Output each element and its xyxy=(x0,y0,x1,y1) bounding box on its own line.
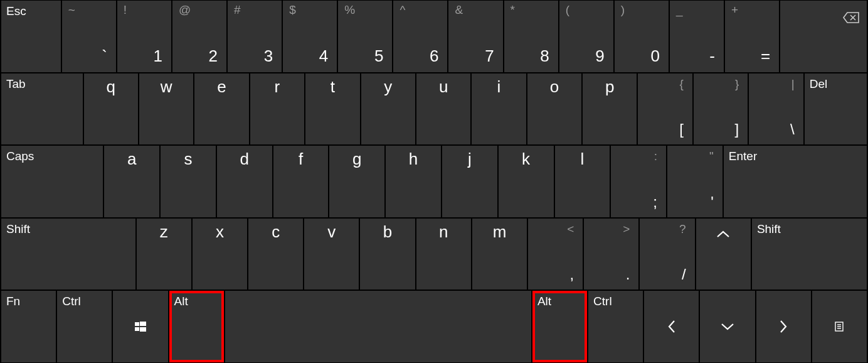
key-b[interactable]: b xyxy=(360,219,415,290)
key-d[interactable]: d xyxy=(217,146,272,217)
key-c[interactable]: c xyxy=(248,219,303,290)
row-2: Tab q w e r t y u i o p {[ }] |\ Del xyxy=(0,73,868,146)
key-x[interactable]: x xyxy=(193,219,247,290)
key-t-label: t xyxy=(305,77,359,97)
key-arrow-right[interactable] xyxy=(756,291,811,362)
key-9-lower: 9 xyxy=(595,46,604,66)
key-m[interactable]: m xyxy=(472,219,527,290)
key-w[interactable]: w xyxy=(139,73,193,145)
key-f-label: f xyxy=(273,149,329,169)
key-y-label: y xyxy=(361,77,415,97)
key-esc[interactable]: Esc xyxy=(1,1,61,72)
key-s-label: s xyxy=(161,149,216,169)
key-backtick-lower: ` xyxy=(102,46,107,66)
key-rbracket[interactable]: }] xyxy=(694,73,748,145)
key-shift-right[interactable]: Shift xyxy=(752,219,867,290)
key-a[interactable]: a xyxy=(104,146,159,217)
key-l[interactable]: l xyxy=(555,146,610,217)
key-backspace[interactable] xyxy=(780,1,867,72)
key-e-label: e xyxy=(194,77,248,97)
key-period[interactable]: >. xyxy=(584,219,638,290)
svg-rect-1 xyxy=(140,322,146,326)
key-slash-upper: ? xyxy=(679,222,686,236)
key-h[interactable]: h xyxy=(386,146,441,217)
key-backtick[interactable]: ~` xyxy=(62,1,116,72)
key-s[interactable]: s xyxy=(161,146,216,217)
key-4-lower: 4 xyxy=(319,46,328,66)
key-3[interactable]: #3 xyxy=(228,1,282,72)
key-g-label: g xyxy=(329,149,384,169)
key-n[interactable]: n xyxy=(416,219,471,290)
key-t[interactable]: t xyxy=(305,73,359,145)
key-ctrl-right[interactable]: Ctrl xyxy=(588,291,643,362)
key-alt-right-label: Alt xyxy=(537,295,551,308)
key-8-lower: 8 xyxy=(540,46,549,66)
key-h-label: h xyxy=(386,149,441,169)
key-semicolon[interactable]: :; xyxy=(611,146,666,217)
key-del[interactable]: Del xyxy=(805,73,867,145)
key-z[interactable]: z xyxy=(137,219,191,290)
key-o[interactable]: o xyxy=(527,73,581,145)
key-fn[interactable]: Fn xyxy=(1,291,56,362)
key-apostrophe[interactable]: "' xyxy=(667,146,722,217)
key-2-upper: @ xyxy=(179,3,191,17)
key-arrow-down[interactable] xyxy=(700,291,754,362)
key-5[interactable]: %5 xyxy=(338,1,392,72)
on-screen-keyboard: Esc ~` !1 @2 #3 $4 %5 ^6 &7 *8 (9 )0 _- … xyxy=(0,0,868,363)
key-u[interactable]: u xyxy=(416,73,470,145)
key-9[interactable]: (9 xyxy=(559,1,613,72)
key-i[interactable]: i xyxy=(472,73,526,145)
key-shift-left[interactable]: Shift xyxy=(1,219,135,290)
key-e[interactable]: e xyxy=(194,73,248,145)
key-r[interactable]: r xyxy=(250,73,304,145)
key-4[interactable]: $4 xyxy=(283,1,337,72)
key-equals-lower: = xyxy=(761,46,770,66)
key-f[interactable]: f xyxy=(273,146,329,217)
key-arrow-up[interactable] xyxy=(696,219,751,290)
key-lbracket[interactable]: {[ xyxy=(638,73,692,145)
key-enter[interactable]: Enter xyxy=(724,146,867,217)
key-arrow-left[interactable] xyxy=(644,291,699,362)
key-slash[interactable]: ?/ xyxy=(640,219,694,290)
key-6[interactable]: ^6 xyxy=(393,1,447,72)
context-menu-icon xyxy=(835,322,844,332)
key-v[interactable]: v xyxy=(304,219,359,290)
key-ctrl-left[interactable]: Ctrl xyxy=(57,291,112,362)
key-lbracket-lower: [ xyxy=(679,121,684,138)
key-b-label: b xyxy=(360,222,415,242)
key-alt-left[interactable]: Alt xyxy=(169,291,224,362)
row-1: Esc ~` !1 @2 #3 $4 %5 ^6 &7 *8 (9 )0 _- … xyxy=(0,0,868,73)
key-p[interactable]: p xyxy=(583,73,637,145)
key-shift-left-label: Shift xyxy=(6,222,30,236)
key-j[interactable]: j xyxy=(442,146,497,217)
key-caps[interactable]: Caps xyxy=(1,146,103,217)
chevron-right-icon xyxy=(779,319,788,334)
key-v-label: v xyxy=(304,222,359,242)
svg-rect-0 xyxy=(135,322,139,326)
key-comma[interactable]: <, xyxy=(528,219,583,290)
key-g[interactable]: g xyxy=(329,146,384,217)
key-1-upper: ! xyxy=(124,3,127,17)
key-alt-right[interactable]: Alt xyxy=(532,291,587,362)
key-space[interactable] xyxy=(225,291,531,362)
key-1[interactable]: !1 xyxy=(117,1,171,72)
key-k-label: k xyxy=(499,149,554,169)
key-k[interactable]: k xyxy=(499,146,554,217)
key-semicolon-upper: : xyxy=(654,149,657,163)
key-tab[interactable]: Tab xyxy=(1,73,83,145)
key-menu[interactable] xyxy=(812,291,867,362)
key-shift-right-label: Shift xyxy=(757,222,781,236)
key-p-label: p xyxy=(583,77,637,97)
key-7[interactable]: &7 xyxy=(448,1,502,72)
key-backslash[interactable]: |\ xyxy=(749,73,803,145)
key-y[interactable]: y xyxy=(361,73,415,145)
key-8[interactable]: *8 xyxy=(504,1,558,72)
key-equals[interactable]: += xyxy=(725,1,779,72)
key-minus[interactable]: _- xyxy=(670,1,724,72)
key-2[interactable]: @2 xyxy=(172,1,226,72)
key-d-label: d xyxy=(217,149,272,169)
key-windows[interactable] xyxy=(113,291,167,362)
key-5-upper: % xyxy=(344,3,355,17)
key-q[interactable]: q xyxy=(84,73,138,145)
key-0[interactable]: )0 xyxy=(615,1,669,72)
